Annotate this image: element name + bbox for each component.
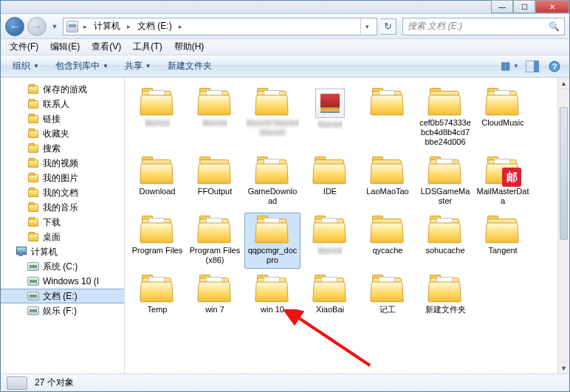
file-item[interactable]: blurred — [302, 85, 358, 151]
search-input[interactable]: 搜索 文档 (E:) 🔍 — [402, 18, 565, 35]
file-item[interactable]: win 7 — [187, 272, 243, 318]
file-item[interactable]: win 10 — [244, 272, 301, 318]
file-item[interactable]: GameDownload — [244, 154, 301, 210]
drive-icon — [27, 275, 39, 287]
share-button[interactable]: 共享▼ — [119, 58, 157, 75]
breadcrumb-computer[interactable]: 计算机 — [92, 20, 122, 32]
file-item[interactable]: Tangent — [475, 213, 531, 269]
folder-icon — [428, 216, 462, 244]
item-label: Tangent — [488, 246, 517, 255]
sidebar-item-label: Windows 10 (I — [43, 276, 99, 286]
file-item[interactable]: IDE — [302, 154, 358, 210]
scroll-down-icon[interactable]: ▼ — [558, 362, 569, 374]
nav-history-dropdown[interactable]: ▼ — [49, 19, 60, 34]
close-button[interactable]: ✕ — [535, 0, 569, 13]
content-pane[interactable]: blurredblurredblurred blurred blurredblu… — [125, 78, 569, 374]
include-library-button[interactable]: 包含到库中▼ — [49, 58, 114, 75]
file-item[interactable]: Program Files — [129, 213, 185, 269]
folder-icon — [255, 157, 289, 185]
address-bar[interactable]: ▸ 计算机 ▸ 文档 (E:) ▸ ▾ — [63, 18, 377, 35]
sidebar-item-label: 联系人 — [43, 98, 69, 111]
sidebar-item[interactable]: 链接 — [1, 111, 124, 126]
nav-row: ← → ▼ ▸ 计算机 ▸ 文档 (E:) ▸ ▾ ↻ 搜索 文档 (E:) 🔍 — [1, 14, 569, 39]
computer-icon — [16, 246, 27, 258]
refresh-button[interactable]: ↻ — [380, 18, 396, 35]
folder-icon — [313, 157, 347, 185]
file-item[interactable]: 邮MailMasterData — [475, 154, 531, 210]
file-item[interactable]: 新建文件夹 — [417, 272, 473, 318]
file-item[interactable] — [360, 85, 416, 151]
sidebar-item[interactable]: 收藏夹 — [1, 126, 124, 141]
scrollbar-vertical[interactable]: ▲ ▼ — [557, 78, 569, 374]
organize-button[interactable]: 组织▼ — [7, 58, 45, 75]
item-label: cef0b574333ebcb4d8b4cd7bbe24d006 — [419, 118, 472, 147]
forward-button[interactable]: → — [27, 17, 47, 36]
sidebar-item[interactable]: 我的文档 — [1, 185, 124, 200]
file-item[interactable]: FFOutput — [187, 154, 243, 210]
sidebar-item[interactable]: 保存的游戏 — [1, 82, 124, 97]
folder-icon — [255, 216, 289, 244]
folder-icon — [371, 89, 405, 117]
sidebar-item[interactable]: 下载 — [1, 215, 124, 230]
sidebar-item[interactable]: 桌面 — [1, 230, 124, 244]
help-button[interactable]: ? — [546, 58, 563, 75]
address-dropdown[interactable]: ▾ — [360, 18, 374, 35]
sidebar-item[interactable]: 我的视频 — [1, 156, 124, 171]
sidebar-item[interactable]: 娱乐 (F:) — [1, 303, 124, 318]
file-item[interactable]: cef0b574333ebcb4d8b4cd7bbe24d006 — [417, 85, 473, 151]
sidebar-item[interactable]: 我的音乐 — [1, 200, 124, 215]
sidebar-item[interactable]: Windows 10 (I — [1, 274, 124, 289]
file-item[interactable]: Temp — [129, 272, 185, 318]
svg-rect-0 — [502, 62, 505, 65]
maximize-button[interactable]: ☐ — [513, 0, 535, 13]
file-item[interactable]: LDSGameMaster — [417, 154, 473, 210]
file-item[interactable]: blurred blurred blurred — [244, 85, 301, 151]
new-folder-button[interactable]: 新建文件夹 — [162, 58, 218, 75]
menu-tools[interactable]: 工具(T) — [127, 39, 168, 55]
folder-icon — [27, 202, 39, 213]
file-item[interactable]: Program Files (x86) — [187, 213, 243, 269]
file-item[interactable]: blurred — [302, 213, 358, 269]
scrollbar-thumb[interactable] — [560, 107, 568, 240]
menu-view[interactable]: 查看(V) — [86, 39, 127, 55]
sidebar-item[interactable]: 联系人 — [1, 97, 124, 111]
menu-file[interactable]: 文件(F) — [4, 39, 44, 55]
sidebar: 保存的游戏联系人链接收藏夹搜索我的视频我的图片我的文档我的音乐下载桌面计算机系统… — [1, 78, 125, 374]
sidebar-item[interactable]: 文档 (E:) — [1, 289, 124, 303]
sidebar-item-label: 链接 — [43, 113, 61, 125]
menu-edit[interactable]: 编辑(E) — [44, 39, 86, 55]
explorer-window: — ☐ ✕ ← → ▼ ▸ 计算机 ▸ 文档 (E:) ▸ ▾ ↻ 搜索 文档 … — [0, 0, 570, 392]
file-item[interactable]: XiaoBai — [302, 272, 358, 318]
sidebar-item-label: 文档 (E:) — [43, 290, 78, 303]
file-item[interactable]: 记工 — [360, 272, 416, 318]
file-item[interactable]: sohucache — [417, 213, 473, 269]
sidebar-item-label: 下载 — [43, 216, 61, 229]
sidebar-item-label: 保存的游戏 — [43, 83, 87, 96]
back-button[interactable]: ← — [5, 17, 24, 36]
status-count: 27 个对象 — [35, 376, 74, 389]
sidebar-item[interactable]: 我的图片 — [1, 171, 124, 185]
file-item[interactable]: blurred — [187, 85, 243, 151]
drive-icon — [27, 305, 39, 317]
view-options-button[interactable]: ▼ — [501, 58, 519, 75]
item-label: blurred blurred blurred — [246, 118, 299, 137]
file-item[interactable]: blurred — [129, 85, 185, 151]
search-placeholder: 搜索 文档 (E:) — [408, 20, 462, 32]
breadcrumb-drive[interactable]: 文档 (E:) — [136, 20, 174, 32]
item-label: Program Files — [132, 246, 182, 255]
folder-icon — [486, 89, 520, 117]
scroll-up-icon[interactable]: ▲ — [558, 78, 569, 89]
file-item[interactable]: Download — [129, 154, 185, 210]
sidebar-item[interactable]: 搜索 — [1, 141, 124, 156]
file-item[interactable]: CloudMusic — [475, 85, 531, 151]
menu-help[interactable]: 帮助(H) — [168, 39, 210, 55]
file-item[interactable]: LaoMaoTao — [360, 154, 416, 210]
sidebar-item[interactable]: 计算机 — [1, 244, 124, 259]
file-item[interactable]: qycache — [360, 213, 416, 269]
drive-icon — [27, 290, 39, 302]
file-item[interactable]: qqpcmgr_docpro — [244, 213, 301, 269]
preview-pane-button[interactable] — [523, 58, 541, 75]
sidebar-item-label: 桌面 — [43, 231, 61, 244]
minimize-button[interactable]: — — [491, 0, 513, 13]
sidebar-item[interactable]: 系统 (C:) — [1, 259, 124, 274]
